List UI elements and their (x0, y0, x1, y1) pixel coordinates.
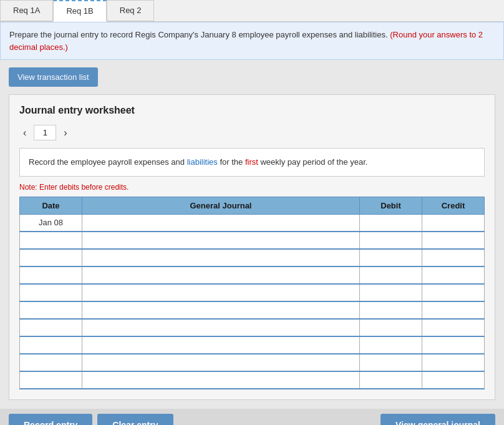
credit-input[interactable] (422, 337, 484, 353)
credit-input[interactable] (422, 267, 484, 283)
page-navigation: ‹ 1 › (19, 125, 485, 140)
first-highlight: first (245, 157, 258, 167)
col-general-journal: General Journal (82, 197, 360, 214)
prev-page-button[interactable]: ‹ (19, 127, 30, 139)
debit-cell[interactable] (360, 301, 422, 319)
journal-input[interactable] (82, 337, 359, 353)
debit-cell[interactable] (360, 336, 422, 354)
next-page-button[interactable]: › (60, 127, 70, 139)
instructions-banner: Prepare the journal entry to record Regi… (0, 22, 504, 60)
col-date: Date (20, 197, 82, 214)
liabilities-highlight: liabilities (187, 157, 218, 167)
debit-cell[interactable] (360, 214, 422, 232)
journal-cell[interactable] (82, 266, 360, 284)
journal-input[interactable] (82, 372, 359, 388)
table-row: Jan 08 (20, 214, 485, 232)
credit-cell[interactable] (422, 284, 485, 301)
credit-input[interactable] (422, 354, 484, 371)
journal-cell[interactable] (82, 284, 360, 301)
journal-input[interactable] (82, 320, 359, 336)
debit-cell[interactable] (360, 354, 422, 371)
table-row (20, 232, 485, 249)
debit-cell[interactable] (360, 319, 422, 336)
credit-input[interactable] (422, 302, 484, 318)
debit-cell[interactable] (360, 232, 422, 249)
table-header-row: Date General Journal Debit Credit (20, 197, 485, 214)
journal-cell[interactable] (82, 301, 360, 319)
credit-input[interactable] (422, 372, 484, 388)
debit-input[interactable] (360, 285, 422, 301)
record-entry-button[interactable]: Record entry (9, 414, 92, 425)
journal-input[interactable] (82, 354, 359, 371)
journal-cell[interactable] (82, 354, 360, 371)
credit-cell[interactable] (422, 371, 485, 389)
debit-input[interactable] (360, 320, 422, 336)
journal-input[interactable] (82, 302, 359, 318)
credit-input[interactable] (422, 250, 484, 266)
date-cell (20, 319, 82, 336)
date-cell (20, 301, 82, 319)
tab-req1b[interactable]: Req 1B (53, 0, 106, 22)
date-cell (20, 336, 82, 354)
journal-input[interactable] (82, 232, 359, 248)
credit-cell[interactable] (422, 266, 485, 284)
journal-input[interactable] (82, 215, 359, 232)
clear-entry-button[interactable]: Clear entry (97, 414, 173, 425)
table-row (20, 371, 485, 389)
credit-cell[interactable] (422, 301, 485, 319)
debit-input[interactable] (360, 354, 422, 371)
journal-input[interactable] (82, 285, 359, 301)
table-row (20, 301, 485, 319)
journal-cell[interactable] (82, 249, 360, 266)
tab-bar: Req 1A Req 1B Req 2 (0, 0, 504, 22)
debit-cell[interactable] (360, 249, 422, 266)
debit-cell[interactable] (360, 266, 422, 284)
debit-input[interactable] (360, 302, 422, 318)
debit-input[interactable] (360, 215, 422, 232)
debit-cell[interactable] (360, 371, 422, 389)
worksheet-title: Journal entry worksheet (19, 105, 485, 116)
credit-cell[interactable] (422, 336, 485, 354)
debit-input[interactable] (360, 250, 422, 266)
bottom-button-bar: Record entry Clear entry View general jo… (0, 409, 504, 425)
current-page[interactable]: 1 (34, 125, 56, 140)
view-transaction-button[interactable]: View transaction list (9, 67, 98, 87)
journal-cell[interactable] (82, 336, 360, 354)
journal-cell[interactable] (82, 371, 360, 389)
date-cell (20, 354, 82, 371)
instructions-text: Prepare the journal entry to record Regi… (9, 30, 388, 39)
journal-cell[interactable] (82, 319, 360, 336)
table-row (20, 284, 485, 301)
journal-cell[interactable] (82, 232, 360, 249)
table-row (20, 249, 485, 266)
journal-input[interactable] (82, 250, 359, 266)
date-cell: Jan 08 (20, 214, 82, 232)
tab-req1a[interactable]: Req 1A (0, 0, 53, 21)
tab-req2[interactable]: Req 2 (107, 0, 155, 21)
credit-cell[interactable] (422, 319, 485, 336)
debit-input[interactable] (360, 267, 422, 283)
credit-cell[interactable] (422, 354, 485, 371)
credit-cell[interactable] (422, 232, 485, 249)
table-row (20, 266, 485, 284)
date-cell (20, 232, 82, 249)
table-row (20, 319, 485, 336)
debit-cell[interactable] (360, 284, 422, 301)
date-cell (20, 266, 82, 284)
debits-note: Note: Enter debits before credits. (19, 183, 485, 192)
journal-input[interactable] (82, 267, 359, 283)
journal-cell[interactable] (82, 214, 360, 232)
table-row (20, 354, 485, 371)
credit-cell[interactable] (422, 249, 485, 266)
credit-cell[interactable] (422, 214, 485, 232)
view-general-journal-button[interactable]: View general journal (380, 414, 495, 425)
debit-input[interactable] (360, 232, 422, 248)
credit-input[interactable] (422, 320, 484, 336)
entry-instruction-box: Record the employee payroll expenses and… (19, 148, 485, 177)
col-credit: Credit (422, 197, 485, 214)
credit-input[interactable] (422, 285, 484, 301)
credit-input[interactable] (422, 232, 484, 248)
credit-input[interactable] (422, 215, 484, 232)
debit-input[interactable] (360, 372, 422, 388)
debit-input[interactable] (360, 337, 422, 353)
